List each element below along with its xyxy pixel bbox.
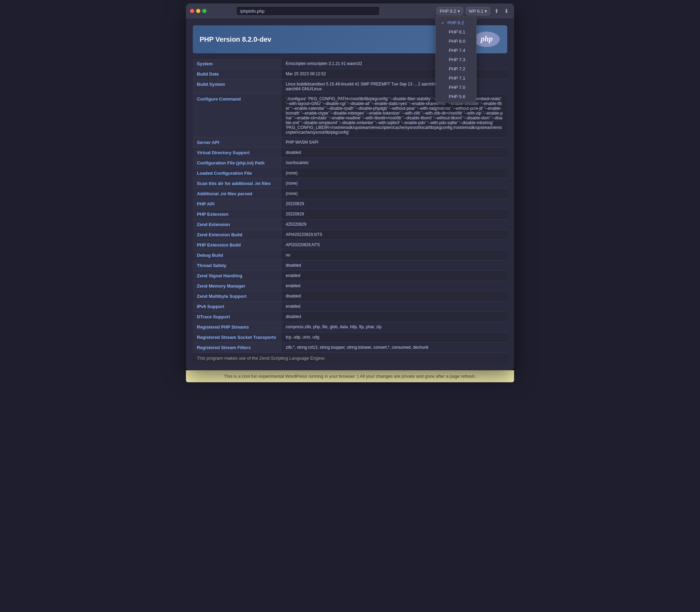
php-version-option-label: PHP 5.6 (449, 94, 465, 99)
table-cell-key: Build System (193, 79, 282, 94)
table-cell-value: (none) (282, 168, 507, 178)
php-version-option-72[interactable]: PHP 7.2 (436, 64, 476, 74)
table-cell-key: Registered PHP Streams (193, 322, 282, 332)
table-cell-key: PHP API (193, 199, 282, 209)
php-version-option-70[interactable]: PHP 7.0 (436, 83, 476, 92)
php-version-option-label: PHP 7.2 (449, 66, 465, 71)
table-row: Registered Stream Socket Transportstcp, … (193, 332, 507, 343)
table-cell-value: disabled (282, 261, 507, 271)
table-cell-key: Configure Command (193, 94, 282, 137)
php-version-option-label: PHP 8.2 (447, 20, 464, 25)
svg-text:php: php (480, 35, 493, 43)
table-row: Configuration File (php.ini) Path/usr/lo… (193, 158, 507, 168)
table-cell-key: PHP Extension (193, 209, 282, 219)
wp-version-label: WP 6.1 (469, 9, 483, 14)
table-cell-value: disabled (282, 148, 507, 158)
titlebar: /phpinfo.php PHP 8.2 ▾ WP 6.1 ▾ ⬆ ⬇ ✓ PH… (186, 3, 514, 18)
table-row: Zend Signal Handlingenabled (193, 271, 507, 281)
table-row: Scan this dir for additional .ini files(… (193, 178, 507, 189)
table-row: PHP Extension20220829 (193, 209, 507, 219)
table-row: Debug Buildno (193, 250, 507, 261)
table-row: Zend Multibyte Supportdisabled (193, 291, 507, 302)
table-row: Registered PHP Streamscompress.zlib, php… (193, 322, 507, 332)
table-cell-value: 20220829 (282, 199, 507, 209)
table-row: Zend Extension BuildAPI420220829,NTS (193, 230, 507, 240)
table-cell-value: no (282, 250, 507, 261)
table-row: DTrace Supportdisabled (193, 312, 507, 322)
php-version-option-label: PHP 7.3 (449, 57, 465, 62)
table-cell-key: Registered Stream Socket Transports (193, 332, 282, 343)
php-version-option-73[interactable]: PHP 7.3 (436, 55, 476, 64)
table-row: Server APIPHP WASM SAPI (193, 137, 507, 148)
table-row: Additional .ini files parsed(none) (193, 189, 507, 199)
maximize-button[interactable] (202, 9, 206, 13)
traffic-lights (190, 9, 206, 13)
table-cell-value: disabled (282, 291, 507, 302)
table-row: IPv6 Supportenabled (193, 302, 507, 312)
table-cell-key: Server API (193, 137, 282, 148)
table-cell-key: Registered Stream Filters (193, 343, 282, 353)
chevron-down-icon: ▾ (458, 9, 460, 14)
table-cell-key: Thread Safety (193, 261, 282, 271)
table-cell-value: (none) (282, 178, 507, 189)
table-cell-key: System (193, 59, 282, 69)
table-cell-value: tcp, udp, unix, udg (282, 332, 507, 343)
table-row: Loaded Configuration File(none) (193, 168, 507, 178)
table-cell-key: Zend Extension Build (193, 230, 282, 240)
php-version-dropdown[interactable]: PHP 8.2 ▾ (436, 7, 463, 15)
titlebar-right: PHP 8.2 ▾ WP 6.1 ▾ ⬆ ⬇ (436, 6, 510, 16)
table-cell-value: disabled (282, 312, 507, 322)
table-cell-value: zlib.*, string.rot13, string.toupper, st… (282, 343, 507, 353)
php-version-option-71[interactable]: PHP 7.1 (436, 74, 476, 83)
table-cell-value: enabled (282, 302, 507, 312)
table-row: Zend Extension420220829 (193, 219, 507, 230)
php-version-option-82[interactable]: ✓ PHP 8.2 (436, 18, 476, 27)
table-row: Virtual Directory Supportdisabled (193, 148, 507, 158)
share-button[interactable]: ⬆ (493, 6, 500, 16)
chevron-down-icon: ▾ (485, 9, 487, 14)
table-cell-key: Virtual Directory Support (193, 148, 282, 158)
url-bar[interactable]: /phpinfo.php (236, 6, 380, 16)
php-version-option-81[interactable]: PHP 8.1 (436, 27, 476, 37)
download-button[interactable]: ⬇ (503, 6, 510, 16)
table-cell-value: 420220829 (282, 219, 507, 230)
php-version-label: PHP 8.2 (440, 9, 456, 14)
table-cell-value: enabled (282, 281, 507, 291)
table-row: Registered Stream Filterszlib.*, string.… (193, 343, 507, 353)
table-cell-key: Additional .ini files parsed (193, 189, 282, 199)
php-version-title: PHP Version 8.2.0-dev (200, 36, 271, 43)
partial-text: This program makes use of the Zend Scrip… (197, 356, 325, 361)
php-version-menu: ✓ PHP 8.2 PHP 8.1 PHP 8.0 PHP 7.4 PHP 7.… (435, 16, 476, 103)
checkmark-icon: ✓ (441, 21, 445, 25)
table-cell-value: compress.zlib, php, file, glob, data, ht… (282, 322, 507, 332)
table-cell-key: Debug Build (193, 250, 282, 261)
table-cell-key: Build Date (193, 69, 282, 79)
table-cell-value: (none) (282, 189, 507, 199)
php-version-option-80[interactable]: PHP 8.0 (436, 37, 476, 46)
table-row: PHP API20220829 (193, 199, 507, 209)
wp-version-dropdown[interactable]: WP 6.1 ▾ (466, 7, 490, 15)
table-row: Thread Safetydisabled (193, 261, 507, 271)
php-version-option-label: PHP 8.0 (449, 39, 465, 44)
table-cell-value: 20220829 (282, 209, 507, 219)
php-version-option-56[interactable]: PHP 5.6 (436, 92, 476, 101)
table-cell-key: Loaded Configuration File (193, 168, 282, 178)
php-logo: php (473, 31, 500, 48)
php-version-option-label: PHP 8.1 (449, 29, 465, 35)
close-button[interactable] (190, 9, 194, 13)
footer-bar: This is a cool fun experimental WordPres… (186, 370, 514, 382)
table-cell-key: DTrace Support (193, 312, 282, 322)
table-cell-key: Zend Memory Manager (193, 281, 282, 291)
table-cell-key: Zend Multibyte Support (193, 291, 282, 302)
table-cell-key: Scan this dir for additional .ini files (193, 178, 282, 189)
table-cell-value: API20220829,NTS (282, 240, 507, 250)
footer-text: This is a cool fun experimental WordPres… (224, 374, 476, 379)
minimize-button[interactable] (196, 9, 200, 13)
partial-row: This program makes use of the Zend Scrip… (193, 352, 507, 363)
url-text: /phpinfo.php (240, 9, 265, 14)
php-version-option-74[interactable]: PHP 7.4 (436, 46, 476, 55)
table-cell-key: Zend Extension (193, 219, 282, 230)
php-version-option-label: PHP 7.4 (449, 48, 465, 53)
table-cell-value: API420220829,NTS (282, 230, 507, 240)
table-cell-value: /usr/local/etc (282, 158, 507, 168)
